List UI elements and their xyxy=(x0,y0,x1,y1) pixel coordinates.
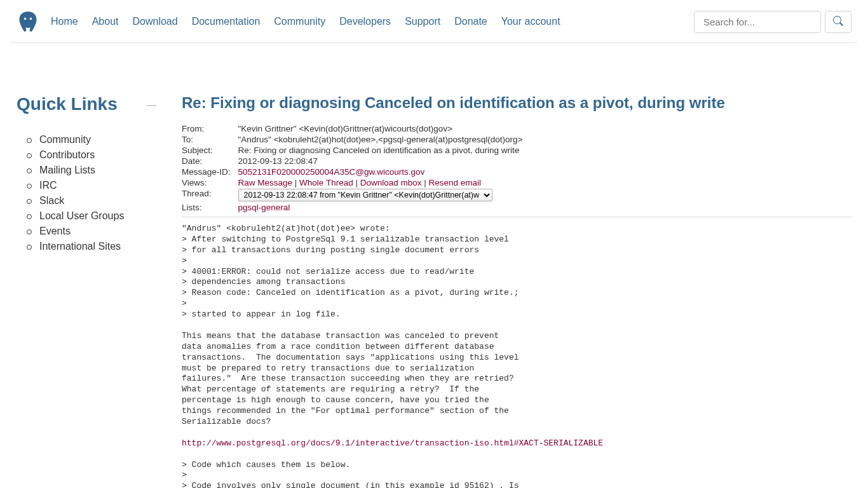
top-navigation: Home About Download Documentation Commun… xyxy=(10,10,858,43)
message-metadata: From: "Kevin Grittner" <Kevin(dot)Grittn… xyxy=(182,123,522,213)
sidebar-irc[interactable]: IRC xyxy=(39,180,57,191)
nav-download[interactable]: Download xyxy=(133,16,178,27)
search-button[interactable] xyxy=(825,11,851,33)
nav-community[interactable]: Community xyxy=(274,16,325,27)
sidebar-community[interactable]: Community xyxy=(39,134,91,145)
whole-thread-link[interactable]: Whole Thread xyxy=(299,178,353,187)
nav-link-list: Home About Download Documentation Commun… xyxy=(51,16,560,27)
search-icon xyxy=(833,16,843,28)
divider xyxy=(182,217,851,217)
sidebar-slack[interactable]: Slack xyxy=(39,195,64,206)
meta-date-label: Date: xyxy=(182,156,238,166)
body-link[interactable]: http://www.postgresql.org/docs/9.1/inter… xyxy=(182,438,603,448)
message-body: "Andrus" <kobruleht2(at)hot(dot)ee> wrot… xyxy=(182,224,851,488)
sidebar: Quick Links Community Contributors Maili… xyxy=(17,94,156,254)
nav-documentation[interactable]: Documentation xyxy=(192,16,261,27)
svg-point-1 xyxy=(30,18,32,20)
body-pre: "Andrus" <kobruleht2(at)hot(dot)ee> wrot… xyxy=(182,224,519,426)
nav-account[interactable]: Your account xyxy=(501,16,560,27)
separator: | xyxy=(424,178,428,187)
body-post: > Code which causes them is below. > > C… xyxy=(182,460,519,488)
raw-message-link[interactable]: Raw Message xyxy=(238,178,293,187)
meta-to-label: To: xyxy=(182,134,238,145)
elephant-logo-icon[interactable] xyxy=(17,10,39,33)
meta-thread-label: Thread: xyxy=(182,188,238,202)
nav-support[interactable]: Support xyxy=(405,16,440,27)
page-title: Re: Fixing or diagnosing Canceled on ide… xyxy=(182,94,851,112)
meta-from-value: "Kevin Grittner" <Kevin(dot)Grittner(at)… xyxy=(238,123,523,134)
meta-subject-value: Re: Fixing or diagnosing Canceled on ide… xyxy=(238,145,523,156)
thread-select[interactable]: 2012-09-13 22:08:47 from "Kevin Grittner… xyxy=(238,189,492,201)
sidebar-heading[interactable]: Quick Links xyxy=(17,94,156,114)
meta-date-value: 2012-09-13 22:08:47 xyxy=(238,156,523,166)
meta-msgid-label: Message-ID: xyxy=(182,166,238,177)
meta-subject-label: Subject: xyxy=(182,145,238,156)
meta-msgid-link[interactable]: 5052131F020000250004A35C@gw.wicourts.gov xyxy=(238,167,425,177)
sidebar-events[interactable]: Events xyxy=(39,226,71,236)
search-group xyxy=(694,11,851,33)
sidebar-local-user-groups[interactable]: Local User Groups xyxy=(39,210,124,221)
svg-point-0 xyxy=(24,18,26,20)
nav-donate[interactable]: Donate xyxy=(454,16,487,27)
meta-lists-link[interactable]: pgsql-general xyxy=(238,203,290,212)
download-mbox-link[interactable]: Download mbox xyxy=(360,178,422,187)
search-input[interactable] xyxy=(694,11,821,33)
resend-email-link[interactable]: Resend email xyxy=(429,178,482,187)
nav-home[interactable]: Home xyxy=(51,16,78,27)
separator: | xyxy=(355,178,360,187)
meta-from-label: From: xyxy=(182,123,238,134)
main-content: Re: Fixing or diagnosing Canceled on ide… xyxy=(182,94,851,488)
nav-developers[interactable]: Developers xyxy=(339,16,391,27)
sidebar-mailing-lists[interactable]: Mailing Lists xyxy=(39,165,95,175)
meta-lists-label: Lists: xyxy=(182,202,238,213)
sidebar-international-sites[interactable]: International Sites xyxy=(39,241,121,252)
meta-views-label: Views: xyxy=(182,177,238,188)
sidebar-contributors[interactable]: Contributors xyxy=(39,149,95,160)
nav-about[interactable]: About xyxy=(92,16,119,27)
meta-to-value: "Andrus" <kobruleht2(at)hot(dot)ee>,<pgs… xyxy=(238,134,523,145)
